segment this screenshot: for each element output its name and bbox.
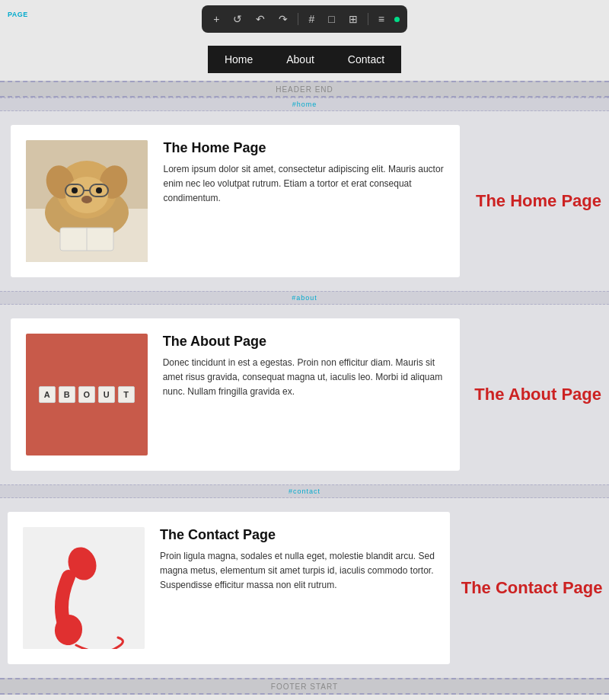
redo-left-icon[interactable]: ↶ [252, 11, 269, 27]
nav-about-button[interactable]: About [269, 46, 331, 73]
toolbar-separator-2 [368, 13, 368, 25]
tile-a: A [39, 386, 56, 403]
footer: The Footer @ MakingThatWebsite [0, 695, 609, 700]
home-card-body: Lorem ipsum dolor sit amet, consectetur … [163, 162, 445, 206]
active-indicator [394, 17, 400, 22]
nav-bar: Home About Contact [0, 38, 609, 81]
contact-section: The Contact Page Proin ligula magna, sod… [0, 498, 609, 678]
about-anchor-divider: #about [0, 291, 609, 305]
nav-contact-button[interactable]: Contact [331, 46, 401, 73]
svg-rect-15 [23, 527, 145, 649]
tile-o: O [78, 386, 95, 403]
toolbar-separator [298, 13, 298, 25]
tile-u: U [98, 386, 115, 403]
home-side-label: The Home Page [476, 191, 601, 211]
tile-t: T [118, 386, 135, 403]
contact-card-title: The Contact Page [160, 527, 435, 543]
home-image [26, 140, 148, 262]
contact-side-label: The Contact Page [462, 578, 601, 598]
letter-tiles-container: A B O U T [39, 386, 135, 403]
contact-section-inner: The Contact Page Proin ligula magna, sod… [0, 512, 609, 664]
home-section-inner: The Home Page Lorem ipsum dolor sit amet… [0, 125, 609, 277]
header-end-divider: HEADER END [0, 81, 609, 97]
undo-icon[interactable]: ↺ [229, 11, 246, 27]
home-card-title: The Home Page [163, 140, 445, 156]
toolbar-container: + ↺ ↶ ↷ # □ ⊞ ≡ [202, 5, 407, 33]
contact-anchor-label: #contact [282, 487, 327, 495]
contact-card: The Contact Page Proin ligula magna, sod… [8, 512, 450, 664]
device-icon[interactable]: □ [324, 11, 338, 27]
footer-start-divider: FOOTER START [0, 678, 609, 695]
svg-point-6 [65, 177, 108, 213]
about-card-title: The About Page [163, 334, 445, 350]
phone-svg [23, 527, 145, 649]
plus-icon[interactable]: + [209, 11, 223, 27]
contact-anchor-divider: #contact [0, 484, 609, 498]
tile-b: B [59, 386, 75, 403]
svg-point-11 [96, 187, 102, 193]
about-image: A B O U T [26, 334, 148, 455]
svg-point-10 [72, 187, 78, 193]
about-side-label: The About Page [474, 385, 601, 404]
footer-start-label: FOOTER START [265, 682, 344, 691]
contact-card-body: Proin ligula magna, sodales et nulla ege… [160, 549, 435, 593]
about-card-body: Donec tincidunt in est a egestas. Proin … [163, 356, 445, 400]
about-section-inner: A B O U T The About Page Donec tincidunt… [0, 318, 609, 471]
hash-icon[interactable]: # [304, 11, 318, 27]
home-anchor-label: #home [286, 101, 324, 108]
dog-svg [26, 140, 148, 262]
about-section: A B O U T The About Page Donec tincidunt… [0, 305, 609, 484]
toolbar-area: + ↺ ↶ ↷ # □ ⊞ ≡ [0, 0, 609, 38]
nav-home-button[interactable]: Home [208, 46, 269, 73]
home-card: The Home Page Lorem ipsum dolor sit amet… [11, 125, 460, 277]
svg-point-12 [81, 196, 92, 203]
redo-right-icon[interactable]: ↷ [275, 11, 292, 27]
home-anchor-divider: #home [0, 97, 609, 111]
contact-image [23, 527, 145, 649]
contact-card-content: The Contact Page Proin ligula magna, sod… [160, 527, 435, 593]
home-card-content: The Home Page Lorem ipsum dolor sit amet… [163, 140, 445, 206]
header-end-label: HEADER END [269, 85, 340, 94]
menu-icon[interactable]: ≡ [375, 11, 388, 27]
window-icon[interactable]: ⊞ [345, 11, 362, 27]
about-card: A B O U T The About Page Donec tincidunt… [11, 318, 460, 471]
home-section: The Home Page Lorem ipsum dolor sit amet… [0, 111, 609, 291]
about-card-content: The About Page Donec tincidunt in est a … [163, 334, 445, 400]
about-anchor-label: #about [285, 294, 324, 302]
